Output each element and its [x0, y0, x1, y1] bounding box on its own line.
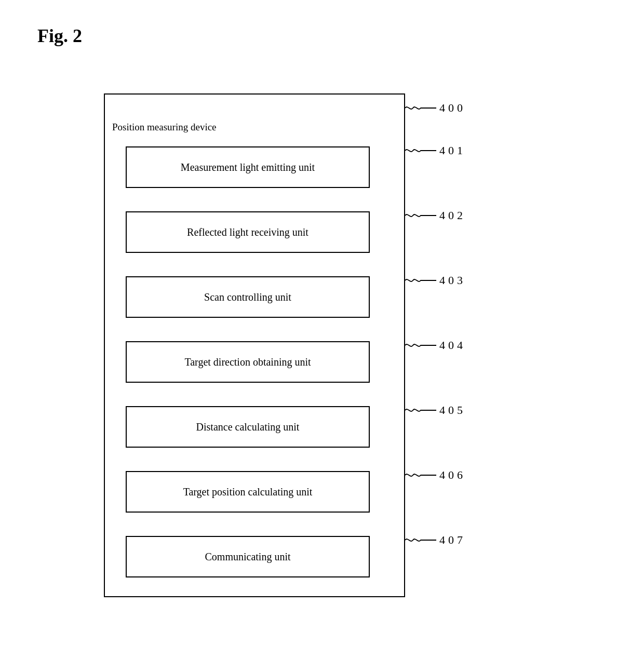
unit-box-6: Target position calculating unit	[126, 471, 370, 513]
ref-400: 400	[405, 101, 466, 115]
ref-404: 404	[405, 339, 466, 352]
ref-403: 403	[405, 274, 466, 287]
ref-number-406: 406	[439, 468, 466, 482]
device-label: Position measuring device	[112, 122, 217, 133]
unit-label-3: Scan controlling unit	[204, 291, 291, 303]
ref-402: 402	[405, 209, 466, 222]
reference-area: 400 401 402 403 404	[405, 73, 551, 597]
unit-box-3: Scan controlling unit	[126, 276, 370, 318]
unit-box-5: Distance calculating unit	[126, 406, 370, 448]
figure-label: Fig. 2	[37, 25, 82, 47]
unit-label-5: Distance calculating unit	[196, 421, 300, 433]
ref-number-407: 407	[439, 533, 466, 547]
ref-number-402: 402	[439, 209, 466, 222]
ref-406: 406	[405, 468, 466, 482]
unit-box-2: Reflected light receiving unit	[126, 211, 370, 253]
ref-number-400: 400	[439, 101, 466, 115]
unit-box-4: Target direction obtaining unit	[126, 341, 370, 383]
diagram: Position measuring device Measurement li…	[104, 73, 551, 618]
ref-405: 405	[405, 404, 466, 417]
unit-box-7: Communicating unit	[126, 536, 370, 577]
unit-label-4: Target direction obtaining unit	[184, 356, 311, 368]
unit-box-1: Measurement light emitting unit	[126, 146, 370, 188]
device-box: Position measuring device Measurement li…	[104, 93, 405, 597]
ref-number-403: 403	[439, 274, 466, 287]
unit-label-2: Reflected light receiving unit	[187, 226, 308, 238]
ref-number-404: 404	[439, 339, 466, 352]
ref-401: 401	[405, 144, 466, 157]
unit-label-1: Measurement light emitting unit	[181, 162, 315, 173]
unit-label-6: Target position calculating unit	[183, 486, 313, 498]
ref-407: 407	[405, 533, 466, 547]
ref-number-405: 405	[439, 404, 466, 417]
ref-number-401: 401	[439, 144, 466, 157]
unit-label-7: Communicating unit	[205, 551, 291, 563]
